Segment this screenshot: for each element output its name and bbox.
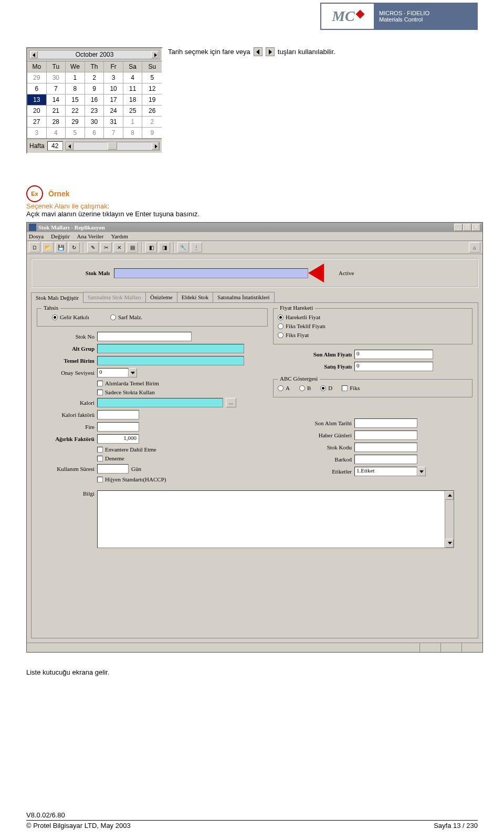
calendar-day[interactable]: 20 [27, 106, 47, 117]
scroll-up-icon[interactable] [445, 491, 454, 500]
menu-item[interactable]: Ana Veriler [77, 233, 104, 239]
satis-input[interactable]: 0 [354, 362, 433, 371]
kalori-faktor-input[interactable] [97, 410, 139, 419]
calendar-day[interactable]: 22 [66, 106, 85, 117]
week-next-icon[interactable] [152, 142, 159, 150]
week-value[interactable]: 42 [47, 141, 63, 151]
calendar-day[interactable]: 9 [85, 83, 104, 94]
week-scroll[interactable] [66, 142, 160, 151]
calendar-day[interactable]: 5 [66, 128, 85, 139]
refresh-icon[interactable]: ↻ [68, 242, 80, 253]
calendar-day[interactable]: 4 [47, 128, 66, 139]
temelbirim-input[interactable] [97, 356, 244, 365]
tab[interactable]: Önizleme [145, 292, 177, 302]
tab[interactable]: Stok Malı Değiştir [31, 292, 83, 303]
scroll-down-icon[interactable] [445, 539, 454, 548]
settings-icon[interactable]: 🔧 [177, 242, 189, 253]
check-sadece-stok[interactable]: Sadece Stokta Kullan [97, 389, 155, 395]
calendar-day[interactable]: 7 [104, 128, 123, 139]
calendar-day[interactable]: 1 [123, 117, 143, 128]
kullanim-input[interactable] [97, 464, 129, 474]
calendar-day[interactable]: 3 [27, 128, 47, 139]
tool-icon[interactable]: ✂ [100, 242, 112, 253]
calendar-day[interactable]: 29 [66, 117, 85, 128]
save-icon[interactable]: 💾 [55, 242, 67, 253]
check-alim-temel[interactable]: Alımlarda Temel Birim [97, 380, 159, 386]
calendar-day[interactable]: 23 [85, 106, 104, 117]
tab[interactable]: Satınalma İstatistikleri [213, 292, 274, 302]
calendar-day[interactable]: 6 [85, 128, 104, 139]
tool-icon[interactable]: ▤ [127, 242, 138, 253]
calendar-day[interactable]: 4 [123, 72, 143, 83]
calendar-day[interactable]: 12 [142, 83, 162, 94]
calendar-day[interactable]: 21 [47, 106, 66, 117]
calendar-day[interactable]: 8 [123, 128, 143, 139]
calendar-day[interactable]: 19 [142, 94, 162, 106]
tab[interactable]: Satınalma Stok Malları [83, 292, 146, 302]
check-deneme[interactable]: Deneme [97, 455, 124, 461]
calendar-day[interactable]: 31 [104, 117, 123, 128]
son-alim-input[interactable]: 0 [354, 350, 433, 359]
maximize-button[interactable]: □ [463, 224, 471, 231]
tool-icon[interactable]: ⋮ [191, 242, 202, 253]
check-envanter[interactable]: Envantere Dahil Etme [97, 446, 156, 453]
calendar-day[interactable]: 30 [85, 117, 104, 128]
kalori-input[interactable] [97, 398, 223, 407]
textarea-scrollbar[interactable] [445, 491, 454, 548]
tab[interactable]: Eldeki Stok [177, 292, 214, 302]
dropdown-icon[interactable] [417, 467, 426, 476]
menu-item[interactable]: Yardım [111, 233, 128, 239]
fire-input[interactable] [97, 422, 139, 432]
menu-item[interactable]: Dosya [29, 233, 44, 239]
stok-kodu-input[interactable] [354, 443, 417, 452]
new-icon[interactable]: 🗋 [29, 242, 40, 253]
close-button[interactable]: × [472, 224, 480, 231]
tool-icon[interactable]: ✎ [87, 242, 99, 253]
calendar-day[interactable]: 2 [85, 72, 104, 83]
calendar-day[interactable]: 17 [104, 94, 123, 106]
prev-month-icon[interactable] [30, 51, 38, 58]
date-picker-calendar[interactable]: October 2003 MoTuWeThFrSaSu 293012345678… [26, 47, 163, 154]
calendar-day[interactable]: 9 [142, 128, 162, 139]
menu-item[interactable]: Değiştir [51, 233, 69, 239]
calendar-day[interactable]: 10 [104, 83, 123, 94]
son-tarih-input[interactable] [354, 418, 417, 428]
calendar-day[interactable]: 8 [66, 83, 85, 94]
open-icon[interactable]: 📂 [42, 242, 54, 253]
calendar-day[interactable]: 15 [66, 94, 85, 106]
haber-input[interactable] [354, 430, 417, 440]
radio-a[interactable]: A [278, 385, 290, 391]
altgrup-input[interactable] [97, 344, 244, 353]
next-month-icon[interactable] [151, 51, 159, 58]
calendar-day[interactable]: 28 [47, 117, 66, 128]
tool-icon[interactable]: ◧ [145, 242, 157, 253]
stokno-input[interactable] [97, 332, 192, 341]
calendar-day[interactable]: 2 [142, 117, 162, 128]
radio-fiks-fiyat[interactable]: Fiks Fiyat [278, 332, 309, 338]
radio-b[interactable]: B [299, 385, 311, 391]
calendar-day[interactable]: 25 [123, 106, 143, 117]
calendar-day[interactable]: 13 [27, 94, 47, 106]
onay-dropdown[interactable]: 0 [97, 368, 137, 377]
agirlik-input[interactable]: 1,000 [97, 434, 139, 444]
radio-hareketli[interactable]: Hareketli Fiyat [278, 314, 320, 320]
calendar-day[interactable]: 14 [47, 94, 66, 106]
check-fiks[interactable]: Fiks [342, 385, 360, 391]
calendar-day[interactable]: 5 [142, 72, 162, 83]
calendar-day[interactable]: 18 [123, 94, 143, 106]
tool-icon[interactable]: ◨ [159, 242, 170, 253]
barkod-input[interactable] [354, 455, 417, 464]
calendar-day[interactable]: 24 [104, 106, 123, 117]
radio-fiks-teklif[interactable]: Fiks Teklif Fiyatı [278, 323, 326, 329]
week-prev-icon[interactable] [66, 142, 74, 150]
home-icon[interactable]: ⌂ [469, 242, 480, 253]
etiketler-dropdown[interactable]: 1.Etiket [354, 467, 426, 476]
calendar-day[interactable]: 11 [123, 83, 143, 94]
minimize-button[interactable]: _ [454, 224, 463, 231]
calendar-day[interactable]: 3 [104, 72, 123, 83]
stok-mali-input[interactable] [114, 268, 308, 278]
calendar-day[interactable]: 16 [85, 94, 104, 106]
calendar-day[interactable]: 6 [27, 83, 47, 94]
check-haccp[interactable]: Hijyen Standartı(HACCP) [97, 476, 166, 482]
bilgi-textarea[interactable] [97, 490, 454, 548]
